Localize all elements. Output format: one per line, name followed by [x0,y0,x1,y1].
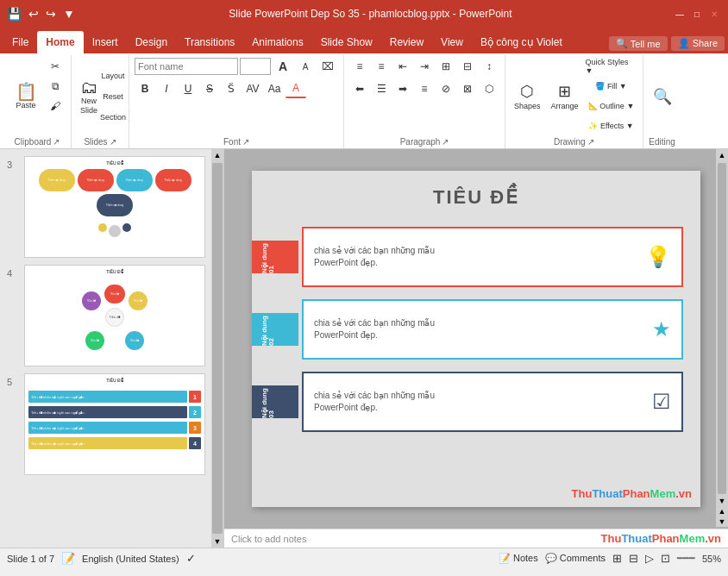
line-spacing-btn[interactable]: ↕ [479,57,499,76]
custom-btn[interactable]: ▼ [63,7,75,21]
maximize-btn[interactable]: □ [690,7,704,21]
search-edit-btn[interactable]: 🔍 [649,83,676,110]
tab-violet[interactable]: Bộ công cụ Violet [472,31,571,53]
tab-view[interactable]: View [432,31,472,53]
tab-design[interactable]: Design [127,31,176,53]
spellcheck-icon[interactable]: ✓ [186,552,196,565]
underline-button[interactable]: U [178,79,198,98]
clipboard-expand-icon[interactable]: ↗ [53,137,60,147]
shape-effects-button[interactable]: ✨ Effects ▼ [586,116,637,135]
canvas-scroll-up[interactable]: ▲ [716,149,728,161]
list-row-2: Tiêu đề nhân vật ngôi sao ngợi gần. [28,406,187,418]
status-bar: Slide 1 of 7 📝 English (United States) ✓… [0,548,728,568]
scroll-up-btn[interactable]: ▲ [214,151,222,160]
drawing-expand-icon[interactable]: ↗ [587,137,594,147]
tell-me-btn[interactable]: 🔍 Tell me [609,36,668,51]
canvas-bottom[interactable]: Click to add notes ThuThuatPhanMem.vn [224,529,728,548]
watermark-thuat: Thuat [592,487,622,500]
canvas-scroll-bottom[interactable]: ▼ [716,517,728,527]
quick-styles-button[interactable]: Quick Styles ▼ [586,57,637,76]
shape-fill-button[interactable]: 🪣 Fill ▼ [586,77,637,96]
canvas-scrollbar-right[interactable]: ▲ ▼ ▲ ▼ [716,149,728,527]
redo-icon[interactable]: ↪ [46,7,56,21]
canvas-scroll-end[interactable]: ▲ [716,506,728,517]
cut-button[interactable]: ✂ [45,57,66,76]
copy-button[interactable]: ⧉ [45,77,66,96]
clear-format-btn[interactable]: ⌧ [317,57,338,76]
tab-review[interactable]: Review [381,31,432,53]
tab-animations[interactable]: Animations [243,31,311,53]
slide-content-main[interactable]: TIÊU ĐỀ Nội dung 01 chia sẻ với các bạn … [252,171,700,507]
view-normal-btn[interactable]: ⊞ [612,552,622,565]
undo-icon[interactable]: ↩ [28,7,39,21]
slide-item-3[interactable]: 3 TIÊU ĐỀ Thiên nội dung Thiên nội dung … [0,153,223,261]
tab-transitions[interactable]: Transitions [176,31,243,53]
tab-insert[interactable]: Insert [84,31,127,53]
view-slideshow-btn[interactable]: ⊡ [661,552,670,565]
numbered-list-btn[interactable]: ≡ [371,57,392,76]
font-case-button[interactable]: Aa [264,79,285,98]
slides-expand-icon[interactable]: ↗ [110,137,116,147]
paste-button[interactable]: 📋 Paste [9,57,43,135]
scroll-down-btn[interactable]: ▼ [214,537,222,546]
text-shadow-button[interactable]: S̈ [221,79,242,98]
text-direction-btn[interactable]: ⊘ [436,79,456,98]
minimize-btn[interactable]: — [673,7,687,21]
tab-home[interactable]: Home [37,31,83,53]
scroll-thumb[interactable] [212,163,223,534]
slide-item-4[interactable]: 4 TIÊU ĐỀ Tiêu đề Tiêu đề Tiêu đề Tiêu đ… [0,261,223,370]
arrange-button[interactable]: ⊞ Arrange [548,80,582,112]
align-center-btn[interactable]: ☰ [371,79,392,98]
align-left-btn[interactable]: ⬅ [349,79,370,98]
decrease-indent-btn[interactable]: ⇤ [392,57,413,76]
font-increase-btn[interactable]: A [273,57,293,76]
shape-outline-button[interactable]: 📐 Outline ▼ [586,97,637,116]
smartart-btn[interactable]: ⊞ [436,57,456,76]
font-color-button[interactable]: A [286,79,306,98]
save-icon[interactable]: 💾 [7,7,22,21]
share-btn[interactable]: 👤 Share [671,36,725,51]
comments-tab-btn[interactable]: 💬 Comments [545,553,606,564]
status-bar-left: Slide 1 of 7 📝 English (United States) ✓ [7,552,196,565]
tab-file[interactable]: File [3,31,37,53]
view-slide-sorter-btn[interactable]: ⊟ [629,552,638,565]
notes-tab-btn[interactable]: 📝 Notes [499,553,538,564]
canvas-scroll-thumb[interactable] [718,163,726,494]
add-notes-text[interactable]: Click to add notes [231,534,306,544]
align-right-btn[interactable]: ➡ [392,79,413,98]
close-btn[interactable]: ✕ [707,7,721,21]
convert-smartart-btn[interactable]: ⬡ [479,79,499,98]
layout-button[interactable]: Layout [103,66,123,85]
notes-icon[interactable]: 📝 [61,552,75,565]
cloud5: Thiên nội dung [97,194,133,216]
tab-slideshow[interactable]: Slide Show [312,31,381,53]
paragraph-expand-icon[interactable]: ↗ [442,137,449,147]
bullet-list-btn[interactable]: ≡ [349,57,370,76]
slides-group: 🗂 New Slide Layout Reset Section Slides … [72,55,129,148]
columns-btn[interactable]: ⊟ [457,57,478,76]
italic-button[interactable]: I [156,79,177,98]
font-name-input[interactable] [135,58,238,75]
shapes-button[interactable]: ⬡ Shapes [511,80,544,112]
slide-item-5[interactable]: 5 TIÊU ĐỀ Tiêu đề nhân vật ngôi sao ngợi… [0,370,223,479]
font-decrease-btn[interactable]: A [295,57,316,76]
bold-button[interactable]: B [135,79,155,98]
strikethrough-button[interactable]: S [199,79,220,98]
font-expand-icon[interactable]: ↗ [242,137,249,147]
view-reading-btn[interactable]: ▷ [645,552,654,565]
text-box-align-btn[interactable]: ⊠ [457,79,478,98]
font-size-input[interactable]: 14 [240,58,271,75]
zoom-level: 55% [702,554,721,564]
petal3: Tiêu đề [125,331,144,350]
increase-indent-btn[interactable]: ⇥ [414,57,435,76]
format-painter-button[interactable]: 🖌 [45,97,66,116]
justify-btn[interactable]: ≡ [414,79,435,98]
drawing-group: ⬡ Shapes ⊞ Arrange Quick Styles ▼ 🪣 Fill… [505,55,643,148]
canvas-scroll-down[interactable]: ▼ [716,496,728,506]
zoom-slider[interactable]: ━━━ [677,553,695,564]
char-spacing-button[interactable]: AV [242,79,263,98]
new-slide-button[interactable]: 🗂 New Slide [77,77,101,116]
slide-scrollbar[interactable]: ▲ ▼ [211,149,223,548]
reset-button[interactable]: Reset [103,87,123,106]
section-button[interactable]: Section [103,108,123,127]
